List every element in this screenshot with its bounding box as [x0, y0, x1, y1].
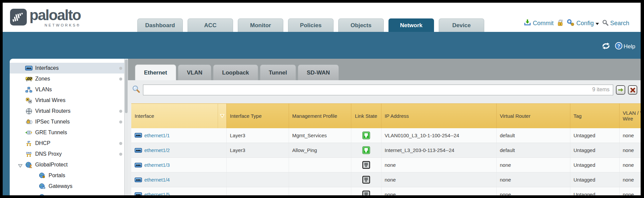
sidebar-item-dns-proxy[interactable]: DNS DNS Proxy [10, 149, 128, 159]
chevron-down-icon [595, 20, 599, 27]
sidebar-item-gre-tunnels[interactable]: GRE Tunnels [10, 127, 128, 138]
table-row: ethernet1/3 none none Untagged none [131, 158, 641, 172]
interface-link[interactable]: ethernet1/1 [144, 133, 170, 138]
clear-filter-button[interactable] [628, 85, 637, 95]
sidebar-item-dhcp[interactable]: IP DHCP [10, 138, 128, 149]
portals-icon [39, 172, 46, 179]
sidebar-item-portals[interactable]: Portals [10, 170, 128, 181]
column-header-interface-type[interactable]: Interface Type [226, 104, 289, 128]
link-state-icon[interactable] [362, 176, 370, 184]
sidebar-item-virtual-routers[interactable]: Virtual Routers [10, 106, 128, 116]
refresh-button[interactable] [601, 42, 611, 51]
top-header-bar: paloalto NETWORKS® Dashboard ACC Monitor… [3, 3, 641, 32]
ethernet-panel: 9 items [128, 80, 641, 195]
vlans-icon [25, 87, 32, 93]
tab-dashboard[interactable]: Dashboard [137, 18, 183, 32]
tab-policies[interactable]: Policies [288, 18, 334, 32]
header-utilities: Commit [524, 19, 629, 28]
subtab-sdwan[interactable]: SD-WAN [298, 64, 339, 80]
column-header-ip-address[interactable]: IP Address [381, 104, 496, 128]
gre-tunnels-icon [25, 130, 32, 135]
interface-link[interactable]: ethernet1/3 [144, 162, 170, 168]
dns-proxy-icon: DNS [25, 151, 32, 157]
main-nav-tabs: Dashboard ACC Monitor Policies Objects N… [137, 18, 484, 32]
sidebar-item-partial[interactable] [10, 192, 128, 195]
sidebar-item-virtual-wires[interactable]: Virtual Wires [10, 95, 128, 106]
column-header-vlan-virtual-wire[interactable]: VLAN / Virtual Wire [619, 104, 641, 128]
sidebar-scrollbar[interactable] [124, 59, 128, 195]
dhcp-icon: IP [25, 140, 32, 147]
sort-triangle-icon [220, 114, 224, 118]
filter-magnifier-icon [132, 85, 140, 95]
zones-icon [25, 76, 32, 82]
config-menu-button[interactable]: Config [567, 19, 599, 28]
sidebar-item-zones[interactable]: Zones [10, 73, 128, 84]
search-button[interactable]: Search [602, 19, 629, 28]
column-header-management-profile[interactable]: Management Profile [289, 104, 351, 128]
column-header-virtual-router[interactable]: Virtual Router [496, 104, 570, 128]
tab-acc[interactable]: ACC [188, 18, 233, 32]
interfaces-icon [25, 66, 32, 70]
sidebar-item-globalprotect[interactable]: GlobalProtect [10, 159, 128, 170]
status-dot [119, 110, 122, 113]
app-window: paloalto NETWORKS® Dashboard ACC Monitor… [0, 0, 644, 198]
interfaces-table: Interface Interface Type Management Prof… [131, 103, 641, 195]
status-dot [119, 153, 122, 156]
scrollbar-thumb[interactable] [125, 59, 128, 113]
tab-network[interactable]: Network [388, 18, 434, 32]
question-circle-icon: ? [615, 42, 623, 51]
interface-icon [135, 163, 142, 167]
link-state-icon[interactable] [362, 146, 370, 154]
filter-input[interactable] [143, 85, 613, 95]
virtual-routers-icon [25, 108, 32, 114]
link-state-icon[interactable] [362, 132, 370, 139]
interface-icon [135, 133, 142, 138]
magnifier-icon [602, 19, 609, 28]
subtab-ethernet[interactable]: Ethernet [135, 64, 176, 80]
paloalto-waveform-icon [10, 9, 27, 26]
svg-text:DNS: DNS [26, 151, 31, 154]
interface-subtabs: Ethernet VLAN Loopback Tunnel SD-WAN [128, 59, 641, 80]
tab-objects[interactable]: Objects [338, 18, 384, 32]
interface-icon [135, 148, 142, 153]
globe-icon [39, 194, 46, 195]
subtab-tunnel[interactable]: Tunnel [260, 64, 296, 80]
virtual-wires-icon [25, 98, 32, 103]
subtab-vlan[interactable]: VLAN [178, 64, 211, 80]
interface-link[interactable]: ethernet1/5 [144, 192, 170, 195]
sidebar-item-ipsec-tunnels[interactable]: IPSec Tunnels [10, 116, 128, 127]
status-dot [119, 67, 122, 70]
commit-button[interactable]: Commit [524, 19, 554, 28]
sidebar-item-gateways[interactable]: Gateways [10, 181, 128, 192]
column-menu-button[interactable] [218, 104, 226, 128]
subtab-loopback[interactable]: Loopback [213, 64, 258, 80]
expand-triangle-icon[interactable] [18, 163, 22, 169]
brand-wordmark: paloalto [29, 7, 81, 23]
table-row: ethernet1/5 none none Untagged none [131, 187, 641, 196]
status-dot [119, 120, 122, 123]
paloalto-logo: paloalto NETWORKS® [10, 7, 81, 27]
column-header-tag[interactable]: Tag [570, 104, 619, 128]
globalprotect-icon [25, 162, 32, 168]
wrench-gear-icon [567, 19, 575, 28]
tab-monitor[interactable]: Monitor [238, 18, 283, 32]
column-header-interface[interactable]: Interface [131, 104, 226, 128]
link-state-icon[interactable] [362, 161, 370, 169]
sidebar-item-vlans[interactable]: VLANs [10, 84, 128, 95]
interface-link[interactable]: ethernet1/2 [144, 147, 170, 153]
ipsec-tunnels-icon [25, 119, 32, 125]
status-dot [119, 142, 122, 145]
content-area: Ethernet VLAN Loopback Tunnel SD-WAN [128, 59, 641, 195]
table-row: ethernet1/4 none none Untagged none [131, 172, 641, 187]
sidebar-item-interfaces[interactable]: Interfaces [10, 63, 128, 73]
padlock-icon [557, 19, 564, 28]
apply-filter-button[interactable] [616, 85, 625, 95]
table-row: ethernet1/1 Layer3 Mgmt_Services VLAN010… [131, 128, 641, 143]
help-button[interactable]: ? Help [615, 42, 635, 51]
svg-text:IP: IP [27, 140, 30, 144]
interface-link[interactable]: ethernet1/4 [144, 177, 170, 183]
column-header-link-state[interactable]: Link State [351, 104, 381, 128]
link-state-icon[interactable] [362, 191, 370, 195]
lock-button[interactable] [557, 19, 564, 28]
tab-device[interactable]: Device [439, 18, 484, 32]
